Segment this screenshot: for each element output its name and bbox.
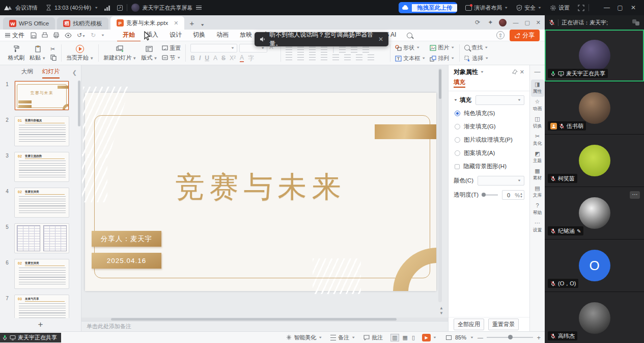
fill-option-radio[interactable]: 图案填充(A) — [455, 149, 524, 157]
indent-less-icon[interactable] — [356, 55, 362, 60]
paste-button[interactable]: 粘贴 ▼ — [29, 44, 46, 62]
apply-all-button[interactable]: 全部应用 — [454, 319, 484, 330]
reset-button[interactable]: 重置 — [162, 44, 181, 52]
slide-thumbnail[interactable]: 6 02 竞赛支持类 — [0, 259, 81, 289]
rail-item[interactable]: ✂ 美化 — [531, 131, 544, 149]
customize-toolbar-chevron-icon[interactable]: ▼ — [101, 34, 105, 37]
menu-item[interactable]: 动画 — [211, 29, 234, 42]
rail-item[interactable]: ◫ 切换 — [531, 114, 544, 131]
horizontal-scrollbar[interactable] — [81, 318, 448, 321]
comments-button[interactable]: 批注 — [363, 334, 383, 341]
slide-thumbnail[interactable]: 5 — [0, 223, 81, 253]
undo-icon[interactable]: ↺▼ — [77, 32, 86, 39]
participant-tile[interactable]: O (O，O) — [545, 240, 644, 292]
fill-tab[interactable]: 填充 — [454, 79, 465, 88]
fill-option-radio[interactable]: 图片或纹理填充(P) — [455, 136, 524, 144]
network-signal-icon[interactable] — [104, 5, 110, 11]
rail-item[interactable]: ▤ 文库 — [531, 183, 544, 201]
indent-more-icon[interactable] — [344, 55, 351, 60]
tab-close-icon[interactable]: ✕ — [174, 20, 178, 27]
zoom-out-button[interactable]: — — [478, 334, 483, 340]
spinner-arrows-icon[interactable]: ▲▼ — [520, 192, 524, 198]
select-button[interactable]: 选择▼ — [464, 55, 489, 62]
maximize-button[interactable]: ▢ — [613, 4, 627, 11]
add-slide-button[interactable]: + — [0, 318, 81, 331]
drag-upload-button[interactable]: 拖拽至此上传 — [399, 2, 457, 13]
wps-minimize-button[interactable]: — — [513, 19, 518, 25]
search-icon[interactable] — [407, 33, 412, 38]
security-button[interactable]: 安全 ▼ — [516, 4, 542, 12]
gallery-view-icon[interactable] — [632, 19, 640, 25]
speaker-layout-button[interactable]: 演讲者布局 ▼ — [465, 4, 508, 12]
notes-button[interactable]: 备注▼ — [330, 334, 355, 341]
superscript-button[interactable]: X² — [230, 55, 236, 62]
new-slide-button[interactable]: 新建幻灯片 ▼ — [103, 44, 136, 62]
minimize-button[interactable]: — — [600, 4, 613, 11]
save-icon[interactable] — [31, 32, 37, 39]
slide-layout-button[interactable]: 版式 ▼ — [141, 44, 158, 62]
fullscreen-button[interactable] — [578, 5, 584, 11]
fill-preset-dropdown[interactable]: ▼ — [475, 95, 524, 105]
date-chip[interactable]: 2025.04.16 — [92, 253, 161, 269]
presenter-chip[interactable]: 分享人：麦天宇 — [92, 231, 161, 247]
tab-list-chevron-icon[interactable]: ▼ — [200, 23, 205, 27]
sync-icon[interactable]: ⟳ — [473, 18, 482, 27]
align-left-icon[interactable] — [286, 55, 292, 60]
section-expand-icon[interactable]: ▼ — [454, 98, 458, 101]
rail-item[interactable]: ▦ 素材 — [531, 166, 544, 183]
slide-canvas[interactable]: 竞赛与未来 分享人：麦天宇 2025.04.16 — [85, 93, 436, 291]
slide-thumbnail[interactable]: 1 竞赛与未来 — [0, 81, 81, 111]
close-panel-icon[interactable]: ✕ — [520, 69, 524, 75]
shadow-button[interactable]: A — [213, 55, 217, 62]
slide-title-text[interactable]: 竞赛与未来 — [85, 168, 436, 207]
cloud-sync-icon[interactable]: ⇧ — [496, 31, 505, 39]
slide-thumbnail[interactable]: 3 02 竞赛主流趋势 — [0, 152, 81, 182]
toast-close-icon[interactable]: ✕ — [378, 36, 383, 43]
meeting-timer[interactable]: 13:03 (40分钟) ▼ — [46, 4, 98, 12]
slide-panel-tab[interactable]: 大纲 — [21, 66, 33, 78]
menu-item[interactable]: 插入 — [141, 29, 164, 42]
settings-button[interactable]: 设置 — [550, 4, 570, 12]
distribute-icon[interactable] — [332, 55, 339, 60]
collapse-rail-icon[interactable]: — — [535, 68, 541, 75]
panel-scrollbar[interactable] — [78, 81, 80, 126]
participant-tile[interactable]: 高纬杰 — [545, 292, 644, 343]
font-family-select[interactable]: ▼ — [190, 44, 237, 52]
picture-button[interactable]: 图片▼ — [430, 44, 455, 51]
fill-option-radio[interactable]: 渐变填充(G) — [455, 123, 524, 130]
shapes-button[interactable]: 形状▼ — [395, 44, 426, 51]
zoom-chevron-icon[interactable]: ▼ — [470, 336, 474, 339]
arrange-button[interactable]: 排列▼ — [430, 55, 455, 62]
menu-item[interactable]: 切换 — [187, 29, 211, 42]
notes-bar[interactable]: 单击此处添加备注 — [81, 321, 448, 331]
chevron-down-icon[interactable]: ▼ — [480, 70, 484, 73]
rail-item[interactable]: ⋯ 设置 — [531, 218, 544, 235]
pin-icon[interactable] — [512, 69, 518, 75]
hide-background-checkbox[interactable]: 隐藏背景图形(H) — [455, 163, 524, 170]
underline-button[interactable]: U — [205, 55, 209, 62]
participant-tile[interactable]: ⋯ 纪铭涵 ✎ — [545, 187, 644, 239]
format-painter-button[interactable]: 格式刷 — [8, 44, 25, 62]
text-effects-button[interactable]: 字 — [248, 54, 254, 63]
wps-close-button[interactable]: ✕ — [536, 19, 541, 26]
meeting-details-button[interactable]: 会议详情 — [4, 4, 38, 12]
vertical-scrollbar[interactable] — [438, 68, 442, 302]
rail-item[interactable]: ☆ 动画 — [531, 97, 544, 114]
account-avatar[interactable] — [499, 19, 507, 27]
find-button[interactable]: 查找▼ — [464, 44, 489, 51]
zoom-slider[interactable] — [487, 337, 533, 338]
align-center-icon[interactable] — [297, 55, 304, 60]
text-align-icon[interactable] — [368, 55, 374, 60]
edit-name-icon[interactable]: ✎ — [577, 228, 581, 234]
smart-beautify-button[interactable]: 智能美化▼ — [286, 334, 322, 341]
reset-background-button[interactable]: 重置背景 — [488, 319, 519, 330]
rail-item[interactable]: ◨ 属性 — [531, 80, 544, 97]
participant-tile[interactable]: 柯笑茵 — [545, 135, 644, 187]
slide-sorter-view-button[interactable]: ▦ — [403, 334, 408, 341]
menu-icon[interactable] — [196, 5, 202, 11]
reading-view-button[interactable]: ▯ — [412, 334, 415, 341]
document-tab[interactable]: 稻 找稻壳模板 — [57, 17, 108, 30]
collapse-panel-icon[interactable]: ❮ — [72, 69, 77, 76]
section-button[interactable]: 节▼ — [162, 54, 181, 62]
textbox-button[interactable]: 文本框▼ — [395, 55, 426, 62]
